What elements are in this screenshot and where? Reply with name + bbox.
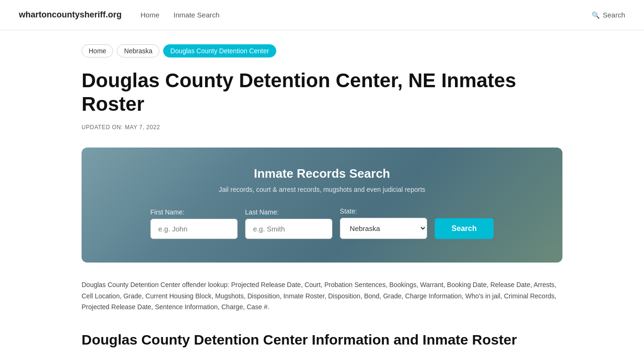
main-nav: Home Inmate Search: [140, 11, 592, 19]
breadcrumb: Home Nebraska Douglas County Detention C…: [82, 44, 562, 58]
first-name-label: First Name:: [150, 208, 184, 216]
search-box-subtitle: Jail records, court & arrest records, mu…: [110, 186, 534, 193]
last-name-field-group: Last Name:: [245, 208, 332, 239]
breadcrumb-nebraska[interactable]: Nebraska: [117, 44, 159, 58]
section-title: Douglas County Detention Center Informat…: [82, 332, 562, 348]
first-name-field-group: First Name:: [150, 208, 238, 239]
last-name-label: Last Name:: [245, 208, 279, 216]
breadcrumb-facility[interactable]: Douglas County Detention Center: [163, 44, 276, 58]
site-header: whartoncountysheriff.org Home Inmate Sea…: [0, 0, 644, 30]
state-field-group: State: AlabamaAlaskaArizonaArkansasCalif…: [340, 207, 427, 239]
state-label: State:: [340, 207, 357, 215]
last-name-input[interactable]: [245, 219, 332, 239]
nav-inmate-search-link[interactable]: Inmate Search: [173, 11, 220, 19]
header-search[interactable]: 🔍 Search: [592, 11, 625, 19]
page-title: Douglas County Detention Center, NE Inma…: [82, 69, 562, 116]
search-box-title: Inmate Records Search: [110, 166, 534, 181]
first-name-input[interactable]: [150, 219, 238, 239]
breadcrumb-home[interactable]: Home: [82, 44, 113, 58]
header-search-label: Search: [603, 11, 625, 19]
nav-home-link[interactable]: Home: [140, 11, 159, 19]
inmate-records-search-box: Inmate Records Search Jail records, cour…: [82, 148, 562, 263]
site-title[interactable]: whartoncountysheriff.org: [19, 10, 122, 20]
facility-description: Douglas County Detention Center offender…: [82, 280, 562, 313]
search-button[interactable]: Search: [435, 218, 494, 239]
updated-date: UPDATED ON: MAY 7, 2022: [82, 124, 562, 131]
search-icon: 🔍: [592, 11, 600, 19]
state-select[interactable]: AlabamaAlaskaArizonaArkansasCaliforniaCo…: [340, 218, 427, 239]
main-content: Home Nebraska Douglas County Detention C…: [63, 30, 581, 362]
search-fields: First Name: Last Name: State: AlabamaAla…: [110, 207, 534, 239]
